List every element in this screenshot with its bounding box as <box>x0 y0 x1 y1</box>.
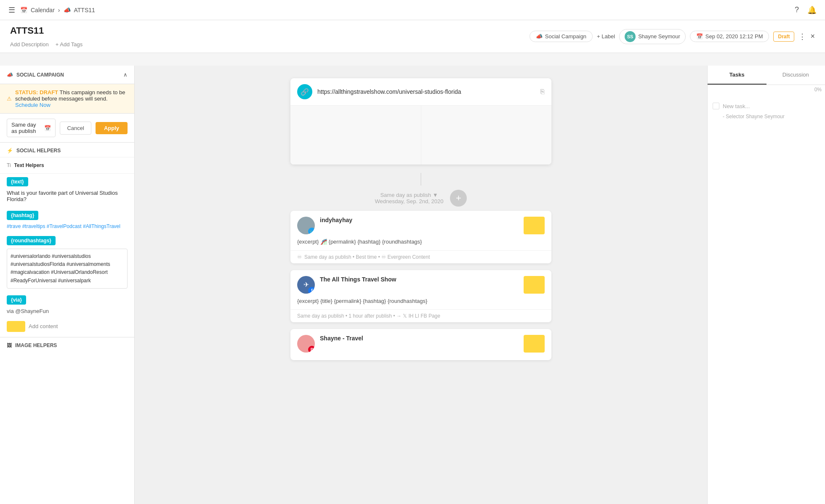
help-icon[interactable]: ? <box>795 5 799 14</box>
url-copy-icon[interactable]: ⎘ <box>540 88 545 95</box>
text-chip-content: What is your favorite part of Universal … <box>0 188 134 207</box>
add-description-link[interactable]: Add Description <box>10 41 49 48</box>
url-preview-left <box>290 106 421 164</box>
avatar-shayne: P <box>297 335 315 353</box>
date-chip[interactable]: 📅 Sep 02, 2020 12:12 PM <box>690 31 769 42</box>
close-icon[interactable]: × <box>810 32 815 41</box>
right-content: New task... - Selector Shayne Seymour <box>708 94 825 504</box>
text-chip[interactable]: {text} <box>7 177 28 186</box>
link-icon-circle: 🔗 <box>297 84 312 99</box>
tab-ti[interactable]: Ti <box>7 161 11 170</box>
roundhashtag-textarea[interactable]: #universalorlando #universalstudios #uni… <box>7 249 128 289</box>
nav-left: ☰ 📅 Calendar › 📣 ATTS11 <box>8 5 95 15</box>
left-sidebar: 📣 SOCIAL CAMPAIGN ∧ ⚠ STATUS: DRAFT This… <box>0 66 135 504</box>
label-chip[interactable]: + Label <box>597 33 615 40</box>
hamburger-icon[interactable]: ☰ <box>8 5 15 15</box>
add-tags-link[interactable]: + Add Tags <box>56 41 82 48</box>
date-field-value: Same day as publish <box>11 122 42 134</box>
post-card-1: 🐦 indyhayhay {excerpt} 🎢 {permalink} {ha… <box>290 211 551 263</box>
schedule-row: Same day as publish ▼ Wednesday, Sep. 2n… <box>375 190 467 207</box>
campaign-title: 📣 SOCIAL CAMPAIGN <box>7 72 64 78</box>
schedule-date-label: Wednesday, Sep. 2nd, 2020 <box>375 198 444 204</box>
schedule-label: Same day as publish ▼ Wednesday, Sep. 2n… <box>375 192 444 204</box>
campaign-icon: 📣 <box>64 7 71 13</box>
social-helpers-title: SOCIAL HELPERS <box>16 148 61 154</box>
center-content: 🔗 https://allthingstravelshow.com/univer… <box>135 66 707 504</box>
roundhashtags-chip-container: {roundhashtags} #universalorlando #unive… <box>0 233 134 289</box>
avatar-indyhayhay: 🐦 <box>297 217 315 234</box>
right-tabs: Tasks Discussion <box>708 66 825 85</box>
post-text-2: {excerpt} {title} {permalink} {hashtag} … <box>290 297 551 310</box>
via-content: via @ShayneFun <box>0 306 134 318</box>
warning-icon: ⚠ <box>7 95 12 102</box>
status-draft-label: STATUS: DRAFT <box>15 89 58 95</box>
url-card: 🔗 https://allthingstravelshow.com/univer… <box>290 78 551 164</box>
breadcrumb-calendar[interactable]: Calendar <box>31 7 55 13</box>
main-layout: 📣 SOCIAL CAMPAIGN ∧ ⚠ STATUS: DRAFT This… <box>0 66 825 504</box>
tab-discussion[interactable]: Discussion <box>766 66 825 85</box>
page-title: ATTS11 <box>10 25 82 36</box>
content-chip[interactable]: {U} <box>7 321 25 332</box>
add-content-label: Add content <box>29 323 58 329</box>
date-picker-row: Same day as publish 📅 Cancel Apply <box>0 114 134 143</box>
bell-icon[interactable]: 🔔 <box>807 5 817 15</box>
date-picker-field[interactable]: Same day as publish 📅 <box>7 119 56 137</box>
tab-tasks[interactable]: Tasks <box>708 66 766 85</box>
twitter-badge-1: 🐦 <box>308 228 315 234</box>
new-task-input[interactable]: New task... <box>723 103 750 109</box>
add-content-row[interactable]: {U} Add content <box>0 318 134 337</box>
status-message: STATUS: DRAFT This campaign needs to be … <box>15 89 128 108</box>
top-navigation: ☰ 📅 Calendar › 📣 ATTS11 ? 🔔 <box>0 0 825 20</box>
collapse-icon[interactable]: ∧ <box>123 72 128 78</box>
post-thumbnail-1 <box>524 217 545 234</box>
image-icon: 🖼 <box>7 342 12 348</box>
post-thumbnail-2 <box>524 276 545 294</box>
status-banner: ⚠ STATUS: DRAFT This campaign needs to b… <box>0 84 134 114</box>
user-name: Shayne Seymour <box>638 33 680 40</box>
nav-right: ? 🔔 <box>795 5 817 15</box>
breadcrumb-campaign[interactable]: ATTS11 <box>74 7 95 13</box>
campaign-section-header: 📣 SOCIAL CAMPAIGN ∧ <box>0 66 134 84</box>
post-footer-2: Same day as publish • 1 hour after publi… <box>290 309 551 322</box>
add-post-button[interactable]: + <box>450 190 467 207</box>
connector-line <box>420 173 421 186</box>
url-preview-right <box>421 106 552 164</box>
avatar-allthings: ✈ f <box>297 276 315 294</box>
avatar: SS <box>625 31 636 42</box>
breadcrumb: 📅 Calendar › 📣 ATTS11 <box>20 7 95 13</box>
calendar-chip-icon: 📅 <box>696 33 703 40</box>
date-label: Sep 02, 2020 12:12 PM <box>705 33 763 40</box>
roundhashtags-chip[interactable]: {roundhashtags} <box>7 236 56 245</box>
schedule-now-link[interactable]: Schedule Now <box>15 102 51 108</box>
post-info-3: Shayne - Travel <box>320 335 519 342</box>
plus-label-icon: + Label <box>597 33 615 40</box>
post-account-2: The All Things Travel Show <box>320 276 519 283</box>
megaphone-small-icon: 📣 <box>7 72 13 78</box>
lightning-icon: ⚡ <box>7 148 13 154</box>
image-helpers-header: 🖼 Image Helpers <box>0 337 134 353</box>
draft-badge: Draft <box>773 32 794 42</box>
post-text-3 <box>290 356 551 360</box>
hashtag-chip[interactable]: {hashtag} <box>7 211 38 220</box>
social-campaign-chip[interactable]: 📣 Social Campaign <box>530 31 593 42</box>
pinterest-badge-3: P <box>308 346 315 353</box>
post-schedule-1: Same day as publish • Best time • ♾ Ever… <box>304 254 430 260</box>
post-thumbnail-3 <box>524 335 545 353</box>
facebook-badge-2: f <box>308 287 315 294</box>
more-options-icon[interactable]: ⋮ <box>798 32 806 41</box>
text-chip-container: {text} What is your favorite part of Uni… <box>0 174 134 207</box>
megaphone-icon: 📣 <box>536 33 543 40</box>
apply-button[interactable]: Apply <box>96 122 128 134</box>
cancel-button[interactable]: Cancel <box>60 122 91 135</box>
user-chip[interactable]: SS Shayne Seymour <box>619 29 686 44</box>
task-checkbox[interactable] <box>713 103 719 109</box>
tab-text-helpers[interactable]: Text Helpers <box>14 161 44 170</box>
header-left: ATTS11 Add Description + Add Tags <box>10 25 82 48</box>
url-preview-area <box>290 106 551 164</box>
evergreen-icon-1: ♾ <box>297 254 302 260</box>
via-chip[interactable]: {via} <box>7 295 26 305</box>
schedule-time-label: Same day as publish ▼ <box>375 192 444 198</box>
post-schedule-2: Same day as publish • 1 hour after publi… <box>297 313 440 319</box>
assignee-row: - Selector Shayne Seymour <box>713 113 820 119</box>
post-info-1: indyhayhay <box>320 217 519 223</box>
